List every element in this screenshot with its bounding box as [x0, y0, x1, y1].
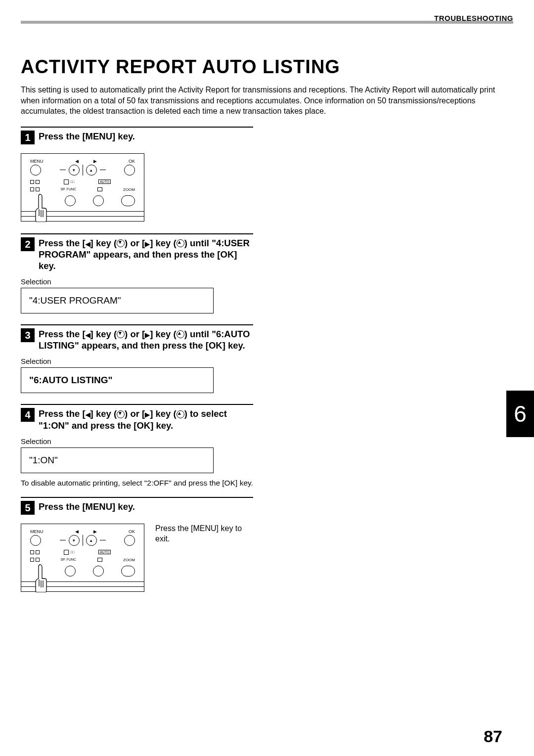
selection-label: Selection — [21, 277, 253, 286]
panel-button-icon — [93, 195, 104, 206]
step-instruction: Press the [] key () or [] key () to sele… — [39, 408, 253, 431]
up-arrow-icon: ▴ — [86, 535, 97, 546]
ok-button-icon — [124, 535, 135, 546]
down-circle-icon — [117, 330, 125, 338]
panel-label-spfunc: SP. FUNC — [60, 187, 76, 192]
panel-button-icon — [65, 566, 76, 577]
panel-label-auto: AUTO — [98, 179, 111, 184]
panel-label-ok: OK — [129, 159, 135, 164]
panel-button-icon — [65, 195, 76, 206]
step-3: 3 Press the [] key () or [] key () until… — [21, 328, 253, 351]
step-instruction: Press the [MENU] key. — [39, 501, 135, 512]
panel-label-menu: MENU — [30, 159, 44, 164]
step-4: 4 Press the [] key () or [] key () to se… — [21, 408, 253, 431]
page-number: 87 — [484, 727, 502, 746]
zoom-button-icon — [121, 195, 135, 206]
step-number: 2 — [21, 237, 35, 251]
panel-label-auto: AUTO — [98, 550, 111, 554]
right-triangle-icon — [145, 408, 150, 419]
chapter-tab: 6 — [506, 391, 534, 437]
control-panel-diagram: MENU ◀ ▶ OK ▾▴ □□ AUTO SP — [21, 524, 144, 592]
step-2: 2 Press the [] key () or [] key () until… — [21, 237, 253, 271]
step-note: To disable automatic printing, select "2… — [21, 478, 253, 488]
panel-label-zoom: ZOOM — [123, 187, 135, 192]
down-circle-icon — [117, 239, 125, 247]
section-header: TROUBLESHOOTING — [434, 14, 513, 22]
up-circle-icon — [177, 330, 184, 338]
panel-label-zoom: ZOOM — [123, 558, 135, 562]
panel-label-ok: OK — [129, 529, 135, 534]
step-instruction: Press the [MENU] key. — [39, 131, 135, 142]
left-triangle-icon — [86, 329, 90, 339]
page-title: ACTIVITY REPORT AUTO LISTING — [21, 56, 513, 78]
step-number: 1 — [21, 131, 35, 144]
step-instruction: Press the [] key () or [] key () until "… — [39, 237, 253, 271]
left-triangle-icon — [86, 408, 90, 419]
right-triangle-icon — [145, 329, 150, 339]
up-arrow-icon: ▴ — [86, 165, 97, 176]
down-arrow-icon: ▾ — [69, 165, 80, 176]
step-number: 3 — [21, 328, 35, 342]
down-arrow-icon: ▾ — [69, 535, 80, 546]
pointing-finger-icon — [33, 193, 48, 222]
right-triangle-icon — [145, 238, 150, 248]
selection-label: Selection — [21, 357, 253, 365]
lcd-display: "6:AUTO LISTING" — [21, 367, 214, 393]
step-number: 4 — [21, 408, 35, 422]
step-1: 1 Press the [MENU] key. — [21, 131, 253, 144]
pointing-finger-icon — [33, 564, 48, 592]
selection-label: Selection — [21, 437, 253, 445]
ok-button-icon — [124, 165, 135, 176]
zoom-button-icon — [121, 566, 135, 577]
up-circle-icon — [177, 239, 184, 247]
intro-paragraph: This setting is used to automatically pr… — [21, 85, 495, 117]
step-5: 5 Press the [MENU] key. — [21, 501, 253, 515]
up-circle-icon — [177, 410, 184, 418]
control-panel-diagram: MENU ◀ ▶ OK ▾▴ □□ AUTO SP. FUNC ZOOM — [21, 153, 144, 222]
step-instruction: Press the [] key () or [] key () until "… — [39, 328, 253, 351]
menu-button-icon — [30, 165, 41, 176]
panel-label-spfunc: SP. FUNC — [60, 558, 76, 562]
down-circle-icon — [117, 410, 125, 418]
left-triangle-icon — [86, 238, 90, 248]
step-note: Press the [MENU] key to exit. — [155, 524, 244, 544]
lcd-display: "1:ON" — [21, 447, 214, 473]
lcd-display: "4:USER PROGRAM" — [21, 288, 214, 313]
panel-button-icon — [93, 566, 104, 577]
menu-button-icon — [30, 535, 41, 546]
step-number: 5 — [21, 501, 35, 515]
panel-label-menu: MENU — [30, 529, 44, 534]
